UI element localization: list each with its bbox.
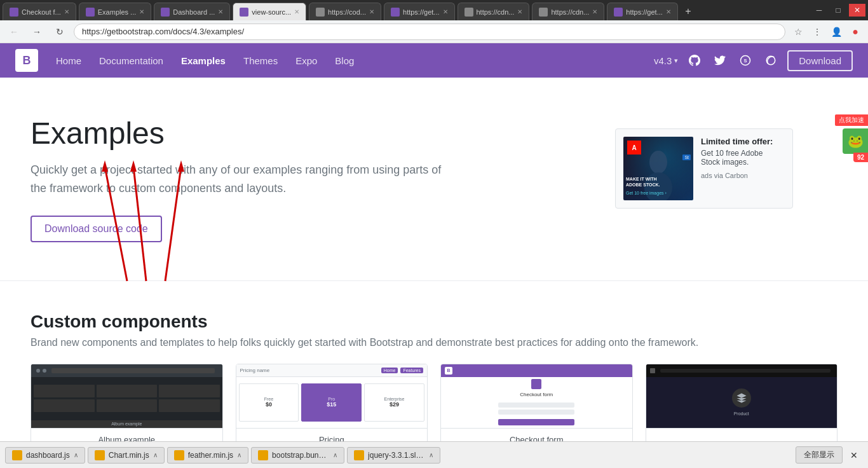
open-collective-icon[interactable] [762, 52, 780, 69]
side-widget[interactable]: 点我加速 🐸 92 [835, 114, 868, 162]
nav-right: v4.3 ▾ S Download [654, 50, 853, 71]
browser-tab-t9[interactable]: https://get...✕ [607, 3, 677, 20]
ad-text-area: Limited time offer: Get 10 free Adobe St… [701, 137, 773, 179]
tab-favicon-t6 [391, 8, 400, 17]
version-label[interactable]: v4.3 ▾ [654, 55, 678, 66]
side-widget-badge: 92 [853, 153, 868, 162]
extensions-icon[interactable]: ⋮ [810, 24, 825, 39]
nav-links: Home Documentation Examples Themes Expo … [48, 50, 654, 71]
tab-favicon-t5 [316, 8, 325, 17]
hero-description: Quickly get a project started with any o… [31, 161, 444, 198]
back-button[interactable]: ← [5, 23, 23, 41]
tab-close-t2[interactable]: ✕ [139, 8, 144, 15]
tab-favicon-t3 [161, 8, 170, 17]
taskbar-item-feather[interactable]: feather.min.js∧ [167, 447, 248, 451]
browser-tab-t4[interactable]: view-sourc...✕ [233, 3, 306, 20]
pricing-nav: Pricing name Home Features [236, 364, 428, 377]
tab-close-t3[interactable]: ✕ [218, 8, 223, 15]
pricing-card[interactable]: Pricing name Home Features Free [236, 364, 428, 451]
browser-tab-t6[interactable]: https://get...✕ [384, 3, 454, 20]
product-card[interactable]: Product [646, 364, 838, 451]
browser-tab-t5[interactable]: https://cod...✕ [309, 3, 381, 20]
ad-image[interactable]: A MAKE IT WITHADOBE STOCK. Get 10 free i… [623, 137, 693, 200]
album-nav [31, 364, 222, 377]
nav-dot-2 [43, 369, 46, 373]
maximize-button[interactable]: □ [830, 4, 846, 17]
album-card[interactable]: Album example Album example [31, 364, 223, 451]
nav-blog[interactable]: Blog [327, 50, 362, 71]
tab-label-t9: https://get... [626, 8, 662, 16]
browser-tab-t7[interactable]: https://cdn...✕ [458, 3, 530, 20]
taskbar-item-dashboard[interactable]: dashboard.js∧ [5, 447, 85, 451]
refresh-button[interactable]: ↻ [51, 23, 69, 41]
nav-expo[interactable]: Expo [288, 50, 325, 71]
browser-tab-t8[interactable]: https://cdn...✕ [532, 3, 604, 20]
tab-favicon-t2 [86, 8, 95, 17]
new-tab-button[interactable]: + [679, 3, 697, 20]
custom-components-section: Custom components Brand new components a… [0, 281, 868, 451]
forward-button[interactable]: → [28, 23, 46, 41]
github-icon[interactable] [686, 52, 703, 69]
hero-section: Examples Quickly get a project started w… [0, 78, 868, 281]
close-button[interactable]: ✕ [849, 4, 865, 17]
svg-point-9 [649, 151, 667, 174]
tab-close-t1[interactable]: ✕ [64, 8, 69, 15]
bootstrap-navbar: B Home Documentation Examples Themes Exp… [0, 43, 868, 78]
section-title: Custom components [31, 312, 837, 332]
settings-icon[interactable]: ● [848, 24, 863, 39]
show-all-button[interactable]: 全部显示 [796, 446, 843, 451]
nav-documentation[interactable]: Documentation [92, 50, 171, 71]
title-bar: Checkout f...✕Examples ...✕Dashboard ...… [0, 0, 868, 20]
pricing-inner: Pricing name Home Features Free [236, 364, 428, 428]
browser-tab-t2[interactable]: Examples ...✕ [79, 3, 152, 20]
minimize-button[interactable]: ─ [811, 4, 827, 17]
side-widget-icon[interactable]: 🐸 [843, 128, 868, 154]
taskbar-item-chart[interactable]: Chart.min.js∧ [88, 447, 165, 451]
url-bar[interactable]: https://getbootstrap.com/docs/4.3/exampl… [74, 24, 785, 40]
product-label [646, 428, 837, 441]
tab-close-t6[interactable]: ✕ [443, 8, 448, 15]
taskbar: dashboard.js∧Chart.min.js∧feather.min.js… [0, 441, 868, 451]
nav-home[interactable]: Home [48, 50, 89, 71]
section-desc: Brand new components and templates to he… [31, 337, 837, 348]
ad-line2: Get 10 free Adobe [701, 149, 773, 158]
checkout-card[interactable]: B Checkout form [440, 364, 633, 451]
tab-close-t8[interactable]: ✕ [592, 8, 597, 15]
bookmark-icon[interactable]: ☆ [790, 24, 806, 39]
taskbar-label-chart: Chart.min.js [109, 451, 149, 451]
taskbar-icon-dashboard [12, 450, 22, 451]
address-bar: ← → ↻ https://getbootstrap.com/docs/4.3/… [0, 20, 868, 43]
tab-close-t4[interactable]: ✕ [294, 8, 299, 15]
album-preview: Album example [31, 364, 222, 428]
address-icons: ☆ ⋮ 👤 ● [790, 24, 863, 39]
profile-icon[interactable]: 👤 [829, 24, 844, 39]
close-all-button[interactable]: ✕ [845, 448, 863, 451]
taskbar-label-jquery: jquery-3.3.1.slim.m...... [368, 451, 425, 451]
hero-inner: Examples Quickly get a project started w… [31, 116, 793, 242]
twitter-icon[interactable] [711, 52, 729, 69]
url-text: https://getbootstrap.com/docs/4.3/exampl… [82, 27, 244, 36]
tab-label-t1: Checkout f... [22, 8, 61, 16]
side-widget-label: 点我加速 [835, 114, 868, 126]
checkout-content: Checkout form [441, 377, 632, 428]
pricing-preview: Pricing name Home Features Free [236, 364, 428, 428]
nav-themes[interactable]: Themes [236, 50, 285, 71]
tab-close-t5[interactable]: ✕ [369, 8, 374, 15]
tab-label-t6: https://get... [403, 8, 439, 16]
taskbar-item-jquery[interactable]: jquery-3.3.1.slim.m......∧ [347, 447, 440, 451]
browser-tab-t3[interactable]: Dashboard ...✕ [154, 3, 230, 20]
brand-logo[interactable]: B [15, 49, 38, 72]
slack-icon[interactable]: S [736, 52, 754, 69]
nav-examples[interactable]: Examples [173, 50, 233, 71]
taskbar-item-bootstrap[interactable]: bootstrap.bundle....js∧ [251, 447, 344, 451]
tab-label-t3: Dashboard ... [173, 8, 215, 16]
price-card-2: Pro $15 [301, 383, 362, 422]
download-button[interactable]: Download [787, 50, 853, 71]
tab-close-t7[interactable]: ✕ [517, 8, 522, 15]
ad-line3: Stock images. [701, 158, 773, 167]
tab-label-t5: https://cod... [328, 8, 366, 16]
download-source-code-button[interactable]: Download source code [31, 216, 162, 242]
browser-tab-t1[interactable]: Checkout f...✕ [3, 3, 76, 20]
tab-close-t9[interactable]: ✕ [666, 8, 671, 15]
browser-window: Checkout f...✕Examples ...✕Dashboard ...… [0, 0, 868, 451]
